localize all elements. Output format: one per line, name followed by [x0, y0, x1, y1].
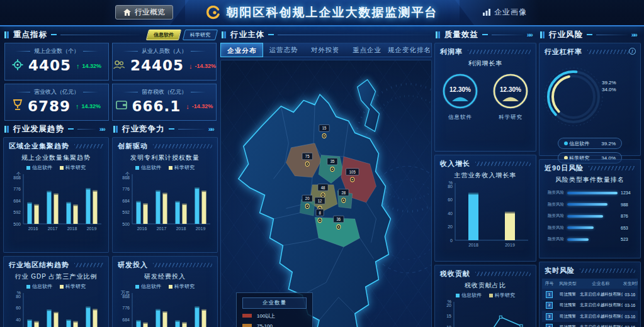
- up-arrow-icon: ↑: [76, 62, 80, 70]
- hatch-decor: [475, 162, 531, 166]
- svg-text:12: 12: [318, 198, 322, 203]
- risk-rank-row: 融资风险988: [539, 202, 640, 208]
- info-icon[interactable]: i: [629, 48, 636, 55]
- kpi-value: 24405: [130, 58, 184, 73]
- row-number-badge: 1: [546, 291, 553, 298]
- quality-benefit-panel: 质量效益 »» 利润率 利润增长率 12.30% 信息软件 12.30% 科学研…: [434, 28, 536, 327]
- tab-1[interactable]: 运营态势: [263, 43, 304, 57]
- chart-title: 利润增长率: [435, 59, 536, 68]
- title-line: [77, 129, 96, 130]
- svg-text:776: 776: [13, 187, 21, 191]
- kpi-value: 666.1: [132, 99, 181, 114]
- chart-title: 风险类型事件数量排名: [539, 175, 640, 184]
- bar-chart-icon: [483, 9, 490, 16]
- subcard-title: 区域企业集聚趋势: [9, 141, 69, 151]
- industry-body-panel: 行业主体 企业分布运营态势对外投资重点企业规企变化排名: [220, 28, 432, 327]
- leverage-percents: 39.2%34.0%: [602, 79, 616, 93]
- nav-industry-overview[interactable]: 行业概览: [115, 5, 173, 19]
- svg-text:8: 8: [319, 210, 321, 215]
- district-map[interactable]: 15 75 35 105 48 28 20 12 8 36: [221, 60, 431, 327]
- kpi-label: 从业人员数（人）: [113, 47, 216, 55]
- kpi-card-grid: 规上企业数（个） 4405 ↑ 14.32% 从业人员数（人） 24405 ↓ …: [3, 43, 218, 121]
- key-indicators-panel: 重点指标 信息软件科学研究 规上企业数（个） 4405 ↑ 14.32% 从业人…: [3, 28, 218, 121]
- svg-text:0: 0: [450, 238, 453, 243]
- leverage-legend-item: 信息软件39.2%: [558, 138, 622, 149]
- industry-trend-panel: 行业发展趋势 »» 区域企业集聚趋势 规上企业数量集聚趋势 信息软件科学研究 5…: [3, 122, 109, 327]
- svg-text:684: 684: [13, 199, 21, 203]
- hatch-decor: [589, 166, 635, 170]
- svg-text:2017: 2017: [48, 226, 58, 231]
- region-cluster-card: 区域企业集聚趋势 规上企业数量集聚趋势 信息软件科学研究 50059268477…: [3, 137, 109, 253]
- svg-text:20: 20: [305, 196, 310, 201]
- leverage-pct: 34.0%: [602, 86, 616, 93]
- svg-text:2018: 2018: [67, 226, 77, 231]
- risk-rank-row: 融资风险1234: [539, 190, 640, 196]
- legend-item: 信息软件: [135, 164, 161, 171]
- industry-toggle-1[interactable]: 科学研究: [183, 30, 218, 40]
- leverage-gauge: 39.2%34.0%: [539, 59, 640, 133]
- tax-contribution-card: 税收贡献 税收贡献占比 信息软件科学研究 05101520%2016201720…: [434, 265, 536, 327]
- svg-text:48: 48: [321, 185, 325, 190]
- subcard-title: 税收贡献: [440, 269, 470, 279]
- hatch-decor: [74, 144, 103, 148]
- svg-text:40: 40: [448, 211, 453, 216]
- svg-text:500: 500: [13, 222, 21, 226]
- left-column: 重点指标 信息软件科学研究 规上企业数（个） 4405 ↑ 14.32% 从业人…: [3, 28, 218, 327]
- legend-item: 信息软件: [456, 292, 482, 299]
- industry-toggle-0[interactable]: 信息软件: [146, 30, 181, 40]
- svg-text:35: 35: [330, 159, 335, 164]
- risk-rank-row: 融资风险876: [539, 213, 640, 219]
- title-dash: [268, 34, 274, 35]
- nav-enterprise-profile[interactable]: 企业画像: [483, 5, 527, 19]
- tab-0[interactable]: 企业分布: [220, 43, 263, 57]
- hatch-decor: [587, 50, 635, 54]
- title-dash: [68, 128, 74, 130]
- svg-text:%: %: [17, 291, 21, 295]
- table-header-row: 序号 风险类型 企业名称 发生时间: [542, 279, 638, 289]
- kpi-delta: -14.32%: [195, 63, 216, 69]
- tab-3[interactable]: 重点企业: [346, 43, 388, 57]
- expand-arrows-icon[interactable]: »»: [527, 31, 535, 38]
- panel-marker-icon: [4, 31, 9, 38]
- expand-arrows-icon[interactable]: »»: [99, 125, 108, 133]
- panel-title: 行业竞争力: [122, 124, 165, 135]
- tab-4[interactable]: 规企变化排名: [388, 43, 431, 57]
- table-row: 4 司法预警北京启信卓越科技有限公司03-16: [542, 322, 638, 327]
- svg-text:592: 592: [122, 210, 130, 214]
- down-arrow-icon: ↓: [189, 62, 193, 70]
- revenue-icon: [13, 99, 23, 111]
- tax-ratio-chart: 05101520%2016201720182019: [435, 299, 536, 327]
- income-growth-chart: 020406080%20182019: [435, 180, 536, 248]
- nav-left-label: 行业概览: [135, 7, 165, 18]
- expand-arrows-icon[interactable]: »»: [631, 31, 640, 38]
- svg-text:2019: 2019: [87, 226, 97, 231]
- chart-legend: 信息软件科学研究: [4, 164, 108, 171]
- table-row: 1 司法预警北京启信卓越科技有限公司03-16: [542, 289, 638, 300]
- innovation-card: 创新驱动 发明专利累计授权数量 信息软件科学研究 500592684776868…: [112, 137, 218, 253]
- panel-marker-icon: [540, 31, 545, 38]
- tab-2[interactable]: 对外投资: [305, 43, 346, 57]
- expand-arrows-icon[interactable]: »»: [208, 125, 217, 133]
- svg-text:%: %: [449, 180, 453, 185]
- title-dash: [51, 34, 57, 35]
- legend-item: 科学研究: [169, 283, 195, 290]
- leverage-pct: 39.2%: [602, 79, 616, 86]
- profit-gauge: 12.30% 信息软件: [442, 73, 478, 121]
- svg-text:个: 个: [125, 172, 130, 176]
- table-row: 2 司法预警北京启信卓越科技有限公司03-16: [542, 300, 638, 311]
- enterprise-count-icon: [12, 59, 23, 70]
- title-line: [60, 35, 140, 35]
- title-dash: [169, 128, 174, 130]
- kpi-card-2: 营业收入（亿元） 6789 ↑ 14.32%: [4, 84, 109, 121]
- svg-text:2016: 2016: [28, 226, 38, 231]
- svg-text:2016: 2016: [137, 226, 147, 231]
- svg-text:2018: 2018: [468, 243, 478, 247]
- industry-body-tabs: 企业分布运营态势对外投资重点企业规企变化排名: [220, 43, 432, 57]
- panel-title: 行业发展趋势: [13, 124, 64, 135]
- profit-gauge: 12.30% 科学研究: [492, 73, 529, 121]
- kpi-delta: 14.32%: [81, 103, 101, 109]
- svg-text:776: 776: [122, 187, 130, 191]
- col-no: 序号: [542, 279, 556, 289]
- svg-text:%: %: [448, 299, 451, 304]
- rd-invest-card: 研发投入 研发经费投入 信息软件科学研究 500592684776868万元20…: [112, 256, 218, 327]
